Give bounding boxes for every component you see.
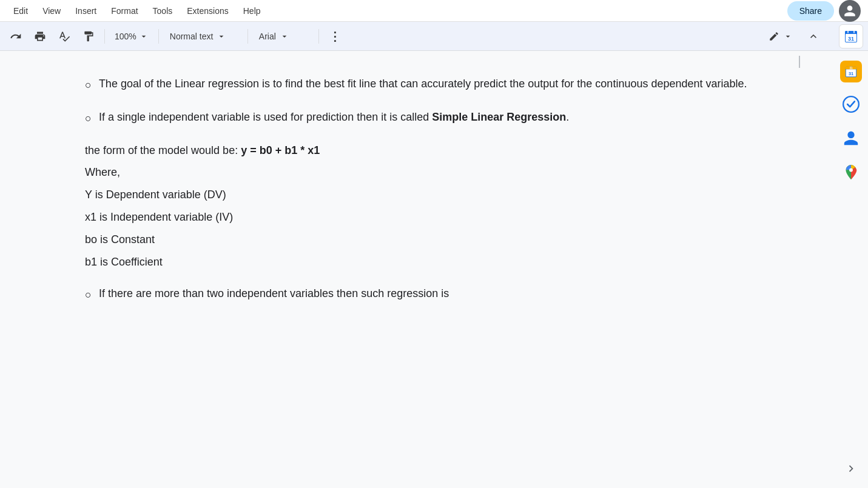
menu-tools[interactable]: Tools (147, 4, 179, 18)
bullet-symbol-1: ○ (85, 76, 92, 94)
bullet-text-2: If a single independent variable is used… (99, 109, 786, 127)
svg-point-16 (849, 169, 853, 172)
main-area: ○ The goal of the Linear regression is t… (0, 51, 868, 488)
paint-format-button[interactable] (78, 25, 99, 47)
var-x1-line: x1 is Independent variable (IV) (85, 209, 786, 226)
print-button[interactable] (29, 25, 51, 47)
menu-view[interactable]: View (36, 4, 67, 18)
font-selector[interactable]: Arial (253, 29, 314, 44)
tasks-panel-button[interactable] (839, 92, 863, 116)
right-panel: 31 31 (834, 51, 868, 488)
menu-insert[interactable]: Insert (69, 4, 103, 18)
more-options-button[interactable]: ⋮ (324, 25, 346, 47)
toolbar-right (761, 25, 824, 47)
svg-rect-2 (845, 33, 857, 34)
equation-text: y = b0 + b1 * x1 (241, 144, 320, 156)
footer-bullet-symbol: ○ (85, 286, 92, 304)
font-label: Arial (259, 32, 276, 41)
edit-mode-button[interactable] (761, 28, 800, 44)
document-content[interactable]: ○ The goal of the Linear regression is t… (0, 51, 834, 488)
scroll-indicator (799, 56, 800, 68)
menu-extensions[interactable]: Extensions (181, 4, 234, 18)
calendar-app-button[interactable]: 31 (839, 24, 863, 48)
bullet-text-2-bold: Simple Linear Regression (432, 111, 566, 123)
bullet-text-2-intro: If a single independent variable is used… (99, 111, 432, 123)
bullet-item-2-header: ○ If a single independent variable is us… (85, 109, 786, 127)
footer-text: If there are more than two independent v… (99, 285, 786, 304)
bullet-symbol-2: ○ (85, 110, 92, 127)
calendar-panel-button[interactable]: 31 31 (840, 61, 862, 82)
bullet-item-2: ○ If a single independent variable is us… (85, 109, 786, 127)
bullet-text-2-end: . (566, 111, 569, 123)
zoom-selector[interactable]: 100% (110, 29, 153, 44)
bullet-item-1: ○ The goal of the Linear regression is t… (85, 75, 786, 94)
redo-button[interactable] (5, 25, 27, 47)
svg-point-14 (843, 96, 859, 112)
var-b1-line: b1 is Coefficient (85, 253, 786, 271)
toolbar-divider-4 (318, 29, 319, 44)
svg-text:31: 31 (849, 67, 853, 70)
collapse-toolbar-button[interactable] (802, 25, 824, 47)
bullet-text-1: The goal of the Linear regression is to … (99, 75, 786, 94)
avatar (839, 0, 861, 22)
style-selector[interactable]: Normal text (164, 29, 243, 44)
maps-panel-button[interactable] (839, 160, 863, 184)
calendar-app-icon-container: 31 (834, 24, 863, 48)
svg-text:31: 31 (848, 36, 854, 42)
model-form-line: the form of the model would be: y = b0 +… (85, 142, 786, 159)
footer-bullet: ○ If there are more than two independent… (85, 285, 786, 304)
expand-panel-button[interactable] (841, 459, 861, 478)
menu-format[interactable]: Format (105, 4, 144, 18)
share-button[interactable]: Share (787, 1, 834, 21)
spellcheck-button[interactable] (53, 25, 75, 47)
where-label: Where, (85, 164, 786, 181)
menu-edit[interactable]: Edit (7, 4, 34, 18)
var-b0-line: bo is Constant (85, 231, 786, 249)
zoom-level: 100% (115, 32, 136, 41)
document-page: ○ The goal of the Linear regression is t… (85, 75, 786, 304)
svg-text:31: 31 (849, 71, 853, 76)
model-form-text: the form of the model would be: (85, 144, 241, 156)
menu-bar-right: Share (787, 0, 861, 22)
menu-bar: Edit View Insert Format Tools Extensions… (0, 0, 868, 22)
contacts-panel-button[interactable] (839, 126, 863, 150)
style-label: Normal text (170, 32, 214, 41)
toolbar-divider-2 (158, 29, 159, 44)
var-y-line: Y is Dependent variable (DV) (85, 186, 786, 204)
toolbar-divider-3 (247, 29, 248, 44)
toolbar-divider-1 (104, 29, 105, 44)
menu-help[interactable]: Help (237, 4, 267, 18)
toolbar: 100% Normal text Arial ⋮ (0, 22, 868, 51)
